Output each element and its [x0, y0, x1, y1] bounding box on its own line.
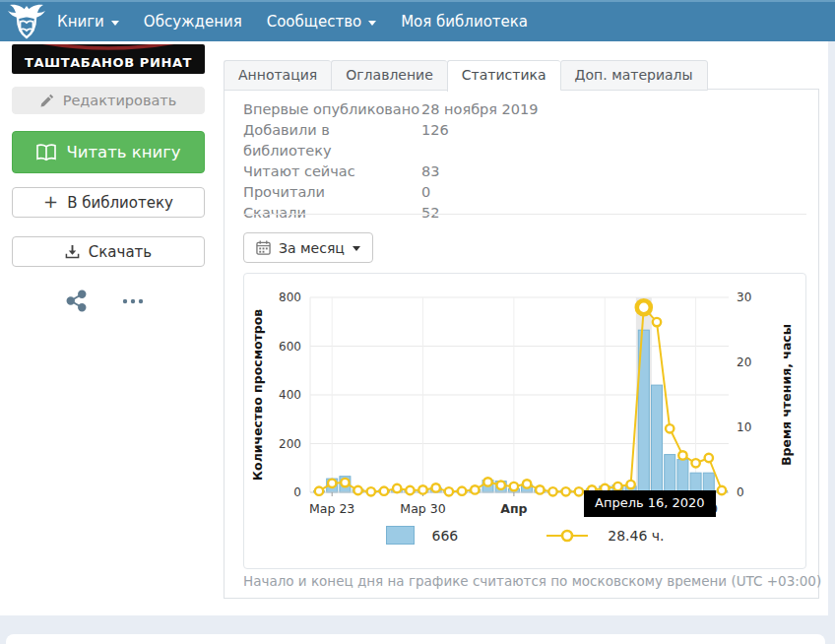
- stat-row: Впервые опубликовано28 ноября 2019: [243, 99, 539, 120]
- period-selector-label: За месяц: [279, 240, 345, 256]
- chevron-down-icon: [353, 246, 360, 251]
- share-icon[interactable]: [65, 290, 88, 312]
- svg-text:Мар 23: Мар 23: [309, 501, 354, 516]
- more-options-icon[interactable]: [121, 296, 145, 306]
- download-button[interactable]: Скачать: [12, 236, 205, 267]
- stat-label: Читают сейчас: [243, 161, 421, 182]
- download-button-label: Скачать: [89, 243, 152, 261]
- nav-item-label: Книги: [57, 13, 104, 31]
- book-cover-thumbnail[interactable]: ТАШТАБАНОВ РИНАТ: [12, 44, 205, 74]
- tab-2[interactable]: Оглавление: [331, 60, 447, 91]
- svg-text:0: 0: [737, 485, 744, 499]
- eagle-book-logo-icon: [8, 4, 45, 39]
- edit-button[interactable]: Редактировать: [12, 87, 205, 114]
- svg-text:Время чтения, часы: Время чтения, часы: [779, 324, 794, 466]
- svg-text:Мар 30: Мар 30: [400, 501, 445, 516]
- svg-text:10: 10: [737, 420, 751, 434]
- nav-item-4[interactable]: Моя библиотека: [401, 13, 528, 31]
- add-to-library-button[interactable]: + В библиотеку: [12, 187, 205, 218]
- statistics-chart-container: 02004006008000102030Мар 23Мар 30АпрАпр 2…: [243, 273, 806, 569]
- stat-label: Впервые опубликовано: [243, 99, 421, 120]
- svg-text:800: 800: [279, 290, 301, 304]
- stat-value: 126: [421, 120, 449, 161]
- read-button-label: Читать книгу: [66, 143, 180, 161]
- views-legend-value: 666: [432, 528, 459, 544]
- svg-text:0: 0: [293, 485, 301, 499]
- svg-text:200: 200: [279, 437, 301, 451]
- nav-item-label: Обсуждения: [144, 13, 242, 31]
- nav-item-label: Моя библиотека: [401, 13, 528, 31]
- cover-art-fragment: [12, 44, 205, 56]
- chevron-down-icon: [111, 21, 119, 26]
- stat-value: 28 ноября 2019: [421, 99, 539, 120]
- top-navbar: КнигиОбсужденияСообществоМоя библиотека: [0, 0, 835, 41]
- share-actions: [65, 290, 145, 312]
- nav-item-label: Сообщество: [267, 13, 361, 31]
- chart-tooltip: Апрель 16, 2020: [584, 490, 716, 517]
- edit-button-label: Редактировать: [63, 93, 177, 108]
- views-legend-swatch: [386, 526, 415, 545]
- nav-item-3[interactable]: Сообщество: [267, 13, 376, 31]
- statistics-list: Впервые опубликовано28 ноября 2019Добави…: [243, 99, 539, 224]
- nav-menu: КнигиОбсужденияСообществоМоя библиотека: [57, 13, 528, 31]
- section-divider: [243, 214, 806, 215]
- chevron-down-icon: [368, 21, 376, 26]
- hours-legend-value: 28.46 ч.: [608, 528, 664, 544]
- stat-row: Добавили в библиотеку126: [243, 120, 539, 161]
- stat-row: Читают сейчас83: [243, 161, 539, 182]
- read-book-button[interactable]: Читать книгу: [12, 131, 205, 173]
- tab-3[interactable]: Статистика: [447, 60, 560, 92]
- calendar-icon: [256, 240, 271, 255]
- tab-1[interactable]: Аннотация: [224, 60, 331, 91]
- cover-author-name: ТАШТАБАНОВ РИНАТ: [25, 55, 192, 74]
- svg-text:30: 30: [737, 290, 751, 304]
- svg-text:400: 400: [279, 388, 301, 402]
- tab-4[interactable]: Доп. материалы: [560, 60, 708, 91]
- stat-label: Добавили в библиотеку: [243, 120, 421, 161]
- svg-text:Апр: Апр: [500, 501, 527, 516]
- stats-chart[interactable]: 02004006008000102030Мар 23Мар 30АпрАпр 2…: [244, 274, 805, 567]
- pencil-icon: [40, 94, 54, 107]
- next-section-card: [6, 634, 825, 644]
- library-button-label: В библиотеку: [67, 194, 173, 212]
- open-book-icon: [35, 144, 57, 161]
- site-logo[interactable]: [6, 2, 47, 41]
- svg-text:600: 600: [279, 340, 301, 354]
- nav-item-1[interactable]: Книги: [57, 13, 119, 31]
- stat-row: Прочитали0: [243, 182, 539, 203]
- stat-label: Прочитали: [243, 182, 421, 203]
- stat-value: 83: [421, 161, 439, 182]
- svg-text:20: 20: [737, 355, 751, 369]
- period-selector-button[interactable]: За месяц: [243, 232, 373, 263]
- download-icon: [65, 244, 80, 259]
- svg-text:Количество просмотров: Количество просмотров: [250, 309, 265, 481]
- chart-legend: 666 28.46 ч.: [244, 526, 805, 545]
- book-tabs: АннотацияОглавлениеСтатистикаДоп. матери…: [224, 60, 708, 92]
- plus-icon: +: [43, 191, 58, 212]
- stat-value: 0: [421, 182, 430, 203]
- hours-legend-marker: [545, 528, 590, 544]
- timezone-footnote: Начало и конец дня на графике считаются …: [243, 573, 821, 589]
- nav-item-2[interactable]: Обсуждения: [144, 13, 242, 31]
